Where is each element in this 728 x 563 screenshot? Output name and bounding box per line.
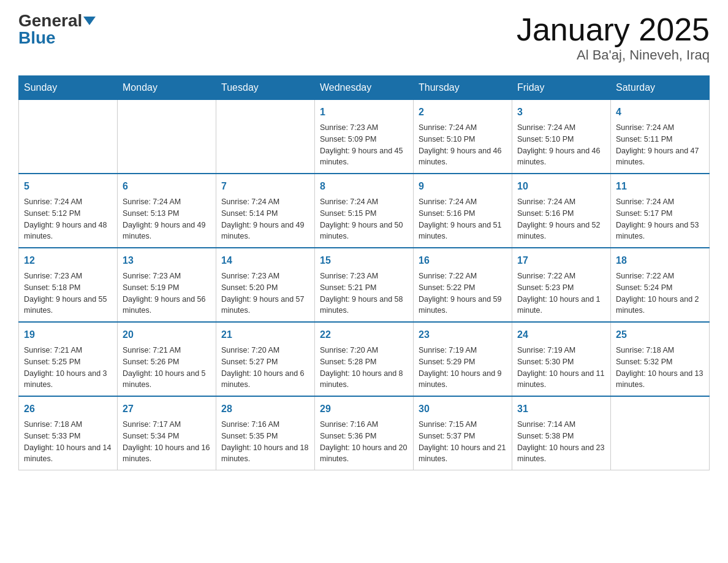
- page-header: General Blue January 2025 Al Ba'aj, Nine…: [18, 12, 710, 63]
- calendar-day-cell: 3Sunrise: 7:24 AMSunset: 5:10 PMDaylight…: [512, 100, 611, 174]
- title-block: January 2025 Al Ba'aj, Nineveh, Iraq: [517, 12, 710, 63]
- day-info: Daylight: 9 hours and 46 minutes.: [517, 145, 605, 169]
- day-number: 21: [221, 327, 309, 342]
- logo: General Blue: [18, 12, 96, 47]
- day-info: Daylight: 10 hours and 5 minutes.: [123, 368, 211, 391]
- day-info: Daylight: 9 hours and 57 minutes.: [221, 294, 309, 317]
- calendar-day-cell: 9Sunrise: 7:24 AMSunset: 5:16 PMDaylight…: [414, 174, 512, 248]
- day-info: Daylight: 10 hours and 8 minutes.: [320, 368, 408, 391]
- day-info: Daylight: 9 hours and 56 minutes.: [123, 294, 211, 317]
- day-info: Sunset: 5:14 PM: [221, 208, 309, 220]
- day-info: Sunset: 5:24 PM: [616, 282, 704, 294]
- day-info: Sunrise: 7:23 AM: [123, 270, 211, 282]
- day-info: Daylight: 10 hours and 6 minutes.: [221, 368, 309, 391]
- calendar-day-cell: 23Sunrise: 7:19 AMSunset: 5:29 PMDayligh…: [414, 322, 512, 396]
- calendar-day-cell: 16Sunrise: 7:22 AMSunset: 5:22 PMDayligh…: [414, 248, 512, 322]
- location-title: Al Ba'aj, Nineveh, Iraq: [517, 47, 710, 63]
- calendar-table: SundayMondayTuesdayWednesdayThursdayFrid…: [18, 75, 710, 470]
- day-info: Daylight: 9 hours and 50 minutes.: [320, 220, 408, 243]
- day-info: Sunset: 5:18 PM: [24, 282, 112, 294]
- calendar-day-cell: 29Sunrise: 7:16 AMSunset: 5:36 PMDayligh…: [315, 396, 414, 470]
- calendar-day-cell: 2Sunrise: 7:24 AMSunset: 5:10 PMDaylight…: [414, 100, 512, 174]
- calendar-day-cell: 31Sunrise: 7:14 AMSunset: 5:38 PMDayligh…: [512, 396, 611, 470]
- day-info: Sunset: 5:33 PM: [24, 431, 112, 442]
- day-number: 19: [24, 327, 112, 342]
- day-number: 30: [419, 402, 507, 416]
- day-number: 11: [616, 179, 704, 194]
- day-info: Sunrise: 7:24 AM: [419, 196, 507, 208]
- day-info: Daylight: 10 hours and 2 minutes.: [616, 294, 704, 317]
- day-info: Sunset: 5:11 PM: [616, 134, 704, 145]
- calendar-day-cell: 21Sunrise: 7:20 AMSunset: 5:27 PMDayligh…: [216, 322, 315, 396]
- calendar-day-cell: [19, 100, 118, 174]
- calendar-day-cell: 13Sunrise: 7:23 AMSunset: 5:19 PMDayligh…: [118, 248, 216, 322]
- calendar-day-cell: 15Sunrise: 7:23 AMSunset: 5:21 PMDayligh…: [315, 248, 414, 322]
- logo-triangle-icon: [83, 17, 96, 25]
- day-info: Sunset: 5:34 PM: [123, 431, 211, 442]
- day-info: Sunset: 5:32 PM: [616, 356, 704, 368]
- day-number: 31: [517, 402, 605, 416]
- day-info: Sunset: 5:16 PM: [419, 208, 507, 220]
- calendar-day-cell: 20Sunrise: 7:21 AMSunset: 5:26 PMDayligh…: [118, 322, 216, 396]
- day-info: Daylight: 9 hours and 53 minutes.: [616, 220, 704, 243]
- day-info: Sunrise: 7:14 AM: [517, 419, 605, 431]
- calendar-week-row: 5Sunrise: 7:24 AMSunset: 5:12 PMDaylight…: [19, 174, 710, 248]
- day-info: Sunrise: 7:24 AM: [221, 196, 309, 208]
- day-number: 22: [320, 327, 408, 342]
- day-info: Daylight: 10 hours and 3 minutes.: [24, 368, 112, 391]
- day-info: Sunset: 5:36 PM: [320, 431, 408, 442]
- day-info: Daylight: 10 hours and 14 minutes.: [24, 442, 112, 465]
- day-number: 8: [320, 179, 408, 194]
- day-info: Sunrise: 7:24 AM: [517, 196, 605, 208]
- day-info: Sunrise: 7:17 AM: [123, 419, 211, 431]
- calendar-day-cell: 10Sunrise: 7:24 AMSunset: 5:16 PMDayligh…: [512, 174, 611, 248]
- logo-general-text: General: [18, 12, 82, 29]
- day-number: 25: [616, 327, 704, 342]
- day-info: Sunset: 5:29 PM: [419, 356, 507, 368]
- calendar-day-cell: 6Sunrise: 7:24 AMSunset: 5:13 PMDaylight…: [118, 174, 216, 248]
- day-number: 6: [123, 179, 211, 194]
- day-number: 9: [419, 179, 507, 194]
- calendar-day-cell: 19Sunrise: 7:21 AMSunset: 5:25 PMDayligh…: [19, 322, 118, 396]
- day-info: Daylight: 9 hours and 49 minutes.: [221, 220, 309, 243]
- day-number: 16: [419, 253, 507, 268]
- day-info: Sunrise: 7:16 AM: [221, 419, 309, 431]
- calendar-header-monday: Monday: [118, 76, 216, 100]
- calendar-day-cell: [216, 100, 315, 174]
- day-info: Daylight: 10 hours and 13 minutes.: [616, 368, 704, 391]
- calendar-week-row: 12Sunrise: 7:23 AMSunset: 5:18 PMDayligh…: [19, 248, 710, 322]
- day-info: Sunset: 5:28 PM: [320, 356, 408, 368]
- day-info: Sunrise: 7:24 AM: [320, 196, 408, 208]
- calendar-header-saturday: Saturday: [611, 76, 710, 100]
- day-info: Sunset: 5:27 PM: [221, 356, 309, 368]
- calendar-day-cell: [611, 396, 710, 470]
- day-number: 27: [123, 402, 211, 416]
- day-info: Sunrise: 7:24 AM: [419, 122, 507, 134]
- calendar-day-cell: 26Sunrise: 7:18 AMSunset: 5:33 PMDayligh…: [19, 396, 118, 470]
- calendar-header-row: SundayMondayTuesdayWednesdayThursdayFrid…: [19, 76, 710, 100]
- day-number: 15: [320, 253, 408, 268]
- day-info: Sunrise: 7:24 AM: [24, 196, 112, 208]
- day-number: 29: [320, 402, 408, 416]
- day-info: Sunrise: 7:23 AM: [24, 270, 112, 282]
- calendar-day-cell: 11Sunrise: 7:24 AMSunset: 5:17 PMDayligh…: [611, 174, 710, 248]
- day-number: 4: [616, 105, 704, 120]
- day-info: Daylight: 10 hours and 21 minutes.: [419, 442, 507, 465]
- day-info: Daylight: 9 hours and 55 minutes.: [24, 294, 112, 317]
- day-info: Sunset: 5:13 PM: [123, 208, 211, 220]
- day-info: Sunset: 5:35 PM: [221, 431, 309, 442]
- calendar-header-friday: Friday: [512, 76, 611, 100]
- calendar-day-cell: 5Sunrise: 7:24 AMSunset: 5:12 PMDaylight…: [19, 174, 118, 248]
- day-info: Daylight: 10 hours and 18 minutes.: [221, 442, 309, 465]
- day-info: Sunrise: 7:24 AM: [616, 122, 704, 134]
- day-info: Sunrise: 7:16 AM: [320, 419, 408, 431]
- calendar-week-row: 1Sunrise: 7:23 AMSunset: 5:09 PMDaylight…: [19, 100, 710, 174]
- day-info: Sunset: 5:26 PM: [123, 356, 211, 368]
- day-info: Sunset: 5:10 PM: [517, 134, 605, 145]
- day-info: Daylight: 10 hours and 23 minutes.: [517, 442, 605, 465]
- day-info: Sunrise: 7:21 AM: [123, 345, 211, 356]
- day-info: Sunrise: 7:23 AM: [320, 122, 408, 134]
- day-info: Sunset: 5:15 PM: [320, 208, 408, 220]
- calendar-day-cell: 14Sunrise: 7:23 AMSunset: 5:20 PMDayligh…: [216, 248, 315, 322]
- calendar-day-cell: 7Sunrise: 7:24 AMSunset: 5:14 PMDaylight…: [216, 174, 315, 248]
